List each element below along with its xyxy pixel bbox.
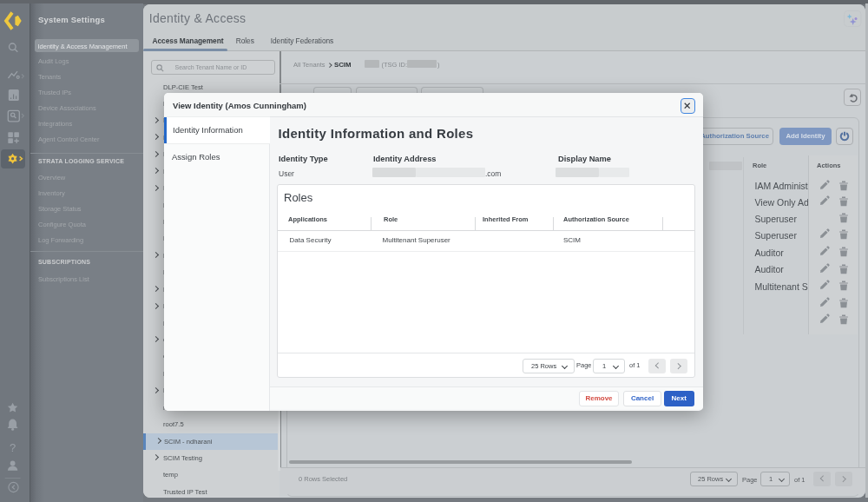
svg-text:?: ? [10, 441, 16, 454]
